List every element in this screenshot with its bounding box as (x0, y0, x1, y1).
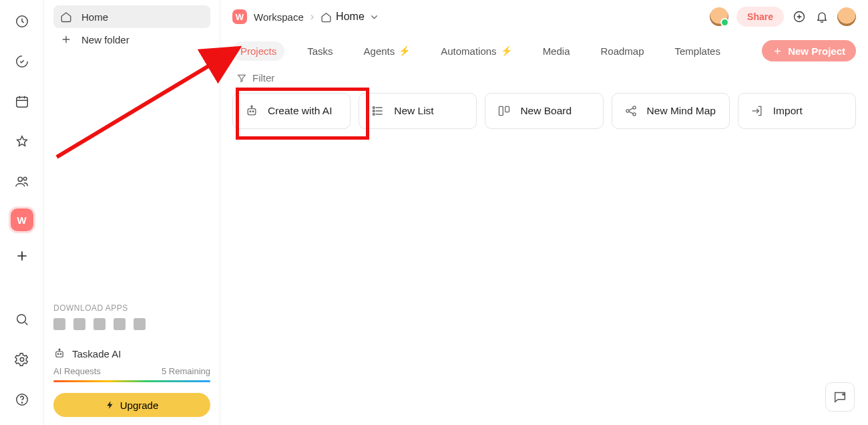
ai-requests-remaining: 5 Remaining (162, 366, 210, 376)
svg-point-15 (250, 111, 251, 112)
svg-point-4 (17, 315, 25, 323)
svg-point-2 (18, 177, 22, 181)
help-icon[interactable] (9, 386, 35, 413)
sidebar-item-home[interactable]: Home (53, 5, 210, 28)
add-workspace-button[interactable] (11, 245, 33, 267)
svg-rect-19 (373, 114, 375, 116)
sidebar-item-label: New folder (81, 34, 130, 45)
breadcrumb-home[interactable]: Home (320, 11, 380, 23)
sidebar: Home New folder DOWNLOAD APPS Taskade AI… (44, 0, 220, 425)
chrome-icon[interactable] (73, 318, 85, 330)
card-new-board[interactable]: New Board (485, 93, 603, 129)
presence-avatar[interactable] (710, 7, 728, 26)
svg-rect-18 (373, 110, 375, 112)
sidebar-item-label: Home (81, 11, 108, 23)
bolt-icon: ⚡ (501, 45, 512, 56)
upgrade-button[interactable]: Upgrade (53, 393, 210, 417)
tab-tasks[interactable]: Tasks (299, 41, 341, 61)
svg-rect-13 (248, 109, 256, 115)
breadcrumb-workspace[interactable]: Workspace (254, 11, 304, 23)
svg-rect-20 (499, 106, 503, 115)
main-area: W Workspace › Home Share Projects Tasks … (220, 0, 868, 425)
svg-point-7 (21, 402, 22, 403)
tab-agents[interactable]: Agents⚡ (356, 41, 419, 61)
board-icon (497, 104, 511, 118)
ai-requests-row: AI Requests 5 Remaining (53, 366, 210, 376)
download-apps-icons (53, 318, 210, 330)
progress-icon[interactable] (9, 48, 35, 75)
list-icon (371, 104, 385, 118)
taskade-ai-link[interactable]: Taskade AI (53, 347, 210, 360)
svg-point-10 (57, 353, 59, 355)
sidebar-item-new-folder[interactable]: New folder (53, 28, 210, 51)
bolt-icon (105, 400, 115, 410)
filter-button[interactable]: Filter (236, 72, 274, 84)
card-import[interactable]: Import (738, 93, 856, 129)
svg-rect-17 (373, 107, 375, 109)
tab-templates[interactable]: Templates (667, 41, 728, 61)
recent-icon[interactable] (9, 8, 35, 35)
robot-icon (53, 347, 65, 360)
svg-point-3 (23, 177, 27, 180)
tab-roadmap[interactable]: Roadmap (592, 41, 652, 61)
home-icon (60, 11, 72, 23)
tab-projects[interactable]: Projects (232, 41, 284, 61)
workspace-badge[interactable]: W (11, 208, 33, 231)
download-apps-label: DOWNLOAD APPS (53, 303, 210, 313)
chevron-down-icon (369, 11, 380, 23)
calendar-icon[interactable] (9, 88, 35, 115)
star-icon[interactable] (9, 128, 35, 155)
add-button[interactable] (792, 9, 807, 24)
workspace-chip[interactable]: W (232, 9, 247, 24)
new-project-button[interactable]: New Project (762, 40, 856, 61)
appstore-icon[interactable] (114, 318, 126, 330)
android-icon[interactable] (134, 318, 146, 330)
robot-icon (245, 104, 258, 118)
svg-point-5 (20, 358, 24, 362)
chevron-right-icon: › (310, 11, 314, 23)
view-tabs: Projects Tasks Agents⚡ Automations⚡ Medi… (232, 40, 856, 61)
top-bar: W Workspace › Home Share (232, 7, 856, 27)
share-button[interactable]: Share (736, 7, 784, 27)
svg-point-16 (252, 111, 254, 112)
svg-rect-21 (505, 106, 509, 112)
filter-icon (236, 73, 247, 84)
ai-usage-meter (53, 380, 210, 382)
svg-point-11 (60, 353, 61, 355)
card-new-mindmap[interactable]: New Mind Map (612, 93, 730, 129)
card-new-list[interactable]: New List (359, 93, 477, 129)
svg-point-27 (844, 394, 845, 395)
apple-icon[interactable] (53, 318, 65, 330)
svg-rect-8 (56, 351, 63, 357)
settings-icon[interactable] (9, 346, 35, 373)
home-icon (320, 11, 332, 23)
tab-media[interactable]: Media (535, 41, 578, 61)
card-create-with-ai[interactable]: Create with AI (232, 93, 351, 129)
plus-icon (773, 46, 783, 56)
create-cards-row: Create with AI New List New Board New Mi… (232, 93, 856, 129)
mindmap-icon (624, 104, 638, 118)
user-avatar[interactable] (837, 7, 856, 26)
notifications-icon[interactable] (815, 9, 829, 24)
icon-rail: W (0, 0, 44, 425)
windows-icon[interactable] (93, 318, 105, 330)
tab-automations[interactable]: Automations⚡ (433, 41, 519, 61)
chat-icon (833, 390, 847, 404)
plus-icon (60, 33, 72, 45)
people-icon[interactable] (9, 168, 35, 195)
svg-rect-1 (16, 98, 27, 108)
search-icon[interactable] (9, 306, 35, 333)
chat-fab[interactable] (825, 382, 855, 412)
ai-requests-label: AI Requests (53, 366, 101, 376)
bolt-icon: ⚡ (399, 45, 410, 56)
import-icon (750, 104, 764, 118)
